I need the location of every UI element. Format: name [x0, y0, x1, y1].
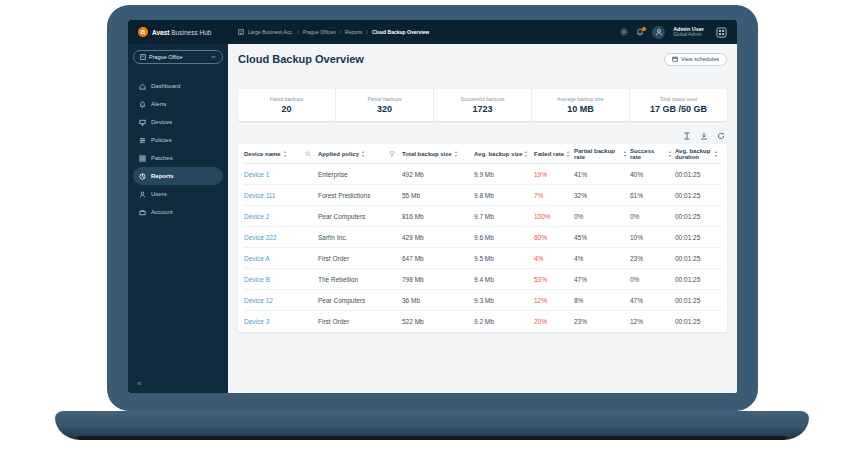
device-link[interactable]: Device B: [244, 276, 318, 283]
failed-rate-cell: 7%: [534, 192, 574, 199]
partial-rate-cell: 0%: [574, 213, 630, 220]
page-title: Cloud Backup Overview: [238, 53, 364, 65]
sort-icon[interactable]: [566, 151, 570, 157]
column-header-avg-backup-size[interactable]: Avg. backup size: [474, 151, 534, 157]
device-link[interactable]: Device 2: [244, 213, 318, 220]
success-rate-cell: 61%: [630, 192, 675, 199]
breadcrumb-separator: /: [367, 29, 368, 35]
device-link[interactable]: Device 111: [244, 192, 318, 199]
column-header-failed-rate[interactable]: Failed rate: [534, 151, 574, 157]
monitor-icon: [139, 119, 146, 126]
sidebar-item-dashboard[interactable]: Dashboard: [133, 77, 223, 95]
policy-cell: Pear Computers: [318, 297, 402, 304]
stat-value: 10 MB: [567, 104, 594, 114]
breadcrumb-separator: /: [340, 29, 341, 35]
total-size-cell: 36 Mb: [402, 297, 474, 304]
sidebar-item-devices[interactable]: Devices: [133, 113, 223, 131]
sliders-icon: [139, 137, 146, 144]
device-link[interactable]: Device 222: [244, 234, 318, 241]
failed-rate-cell: 20%: [534, 318, 574, 325]
stat-value: 320: [377, 104, 392, 114]
device-link[interactable]: Device 3: [244, 318, 318, 325]
sidebar-item-alerts[interactable]: Alerts: [133, 95, 223, 113]
breadcrumb-item[interactable]: Reports: [345, 29, 363, 35]
failed-rate-cell: 53%: [534, 276, 574, 283]
top-bar: a Avast Business Hub Large Business Acc.…: [128, 20, 737, 44]
policy-cell: Sarfin Inc.: [318, 234, 402, 241]
sidebar-item-users[interactable]: Users: [133, 185, 223, 203]
sidebar-item-patches[interactable]: Patches: [133, 149, 223, 167]
total-size-cell: 492 Mb: [402, 171, 474, 178]
sidebar-item-account[interactable]: Account: [133, 203, 223, 221]
sidebar-item-label: Dashboard: [151, 83, 180, 89]
policy-cell: Forest Predictions: [318, 192, 402, 199]
breadcrumb-item[interactable]: Large Business Acc.: [248, 29, 293, 35]
duration-cell: 00:01:25: [675, 255, 721, 262]
org-selector-dropdown[interactable]: Prague Office: [133, 50, 223, 64]
apps-grid-icon[interactable]: [716, 27, 727, 38]
column-header-avg-backup-duration[interactable]: Avg. backup duration: [675, 148, 721, 160]
avg-size-cell: 9.7 Mb: [474, 213, 534, 220]
table-row: Device 222 Sarfin Inc. 429 Mb 9.6 Mb 60%…: [244, 227, 721, 248]
column-header-device-name[interactable]: Device name: [244, 151, 318, 157]
building-icon: [238, 29, 244, 35]
total-size-cell: 816 Mb: [402, 213, 474, 220]
device-link[interactable]: Device A: [244, 255, 318, 262]
sort-icon[interactable]: [623, 151, 627, 157]
sort-icon[interactable]: [714, 151, 718, 157]
sort-icon[interactable]: [454, 151, 458, 157]
device-link[interactable]: Device 1: [244, 171, 318, 178]
column-header-success-rate[interactable]: Success rate: [630, 148, 675, 160]
search-icon[interactable]: [305, 151, 311, 157]
download-icon[interactable]: [700, 132, 708, 140]
filter-funnel-icon[interactable]: [389, 151, 395, 157]
table-toolbar: [238, 131, 727, 140]
stat-label: Failed backups: [270, 96, 304, 102]
partial-rate-cell: 41%: [574, 171, 630, 178]
stat-label: Average backup size: [557, 96, 603, 102]
device-link[interactable]: Device 12: [244, 297, 318, 304]
stat-successful-backups: Successful backups 1723: [434, 89, 532, 121]
success-rate-cell: 10%: [630, 234, 675, 241]
backup-stats-panel: Failed backups 20 Partial backups 320 Su…: [238, 89, 727, 121]
columns-icon[interactable]: [683, 132, 691, 140]
avatar[interactable]: [652, 26, 665, 39]
duration-cell: 00:01:25: [675, 213, 721, 220]
settings-gear-icon[interactable]: [620, 28, 628, 36]
sort-icon[interactable]: [361, 151, 365, 157]
patches-grid-icon: [139, 155, 146, 162]
column-header-partial-backup-rate[interactable]: Partial backup rate: [574, 148, 630, 160]
success-rate-cell: 12%: [630, 318, 675, 325]
partial-rate-cell: 4%: [574, 255, 630, 262]
avast-logo[interactable]: a Avast Business Hub: [138, 27, 228, 37]
sort-icon[interactable]: [668, 151, 672, 157]
sidebar-collapse-button[interactable]: «: [137, 379, 141, 388]
breadcrumb-item[interactable]: Prague Offices: [303, 29, 336, 35]
total-size-cell: 429 Mb: [402, 234, 474, 241]
sidebar-item-reports[interactable]: Reports: [133, 167, 223, 185]
notifications-bell-icon[interactable]: [636, 28, 644, 36]
person-icon: [139, 191, 146, 198]
user-info[interactable]: Admin User Global Admin: [673, 26, 704, 38]
column-header-applied-policy[interactable]: Applied policy: [318, 151, 402, 157]
total-size-cell: 798 Mb: [402, 276, 474, 283]
view-schedules-button[interactable]: View schedules: [664, 53, 727, 66]
avg-size-cell: 9.3 Mb: [474, 297, 534, 304]
policy-cell: First Order: [318, 318, 402, 325]
sort-icon[interactable]: [283, 151, 287, 157]
sidebar-item-policies[interactable]: Policies: [133, 131, 223, 149]
stat-partial-backups: Partial backups 320: [336, 89, 434, 121]
sidebar-item-label: Account: [151, 209, 173, 215]
column-header-total-backup-size[interactable]: Total backup size: [402, 151, 474, 157]
sidebar-nav: Dashboard Alerts Devices Policies: [133, 77, 223, 221]
table-row: Device A First Order 647 Mb 9.5 Mb 4% 4%…: [244, 248, 721, 269]
stat-average-backup-size: Average backup size 10 MB: [532, 89, 630, 121]
policy-cell: Enterprise: [318, 171, 402, 178]
duration-cell: 00:01:25: [675, 318, 721, 325]
notification-badge: [642, 27, 646, 31]
sidebar-item-label: Devices: [151, 119, 172, 125]
stat-label: Total space used: [660, 96, 698, 102]
sort-icon[interactable]: [524, 151, 528, 157]
refresh-icon[interactable]: [717, 132, 725, 140]
failed-rate-cell: 60%: [534, 234, 574, 241]
